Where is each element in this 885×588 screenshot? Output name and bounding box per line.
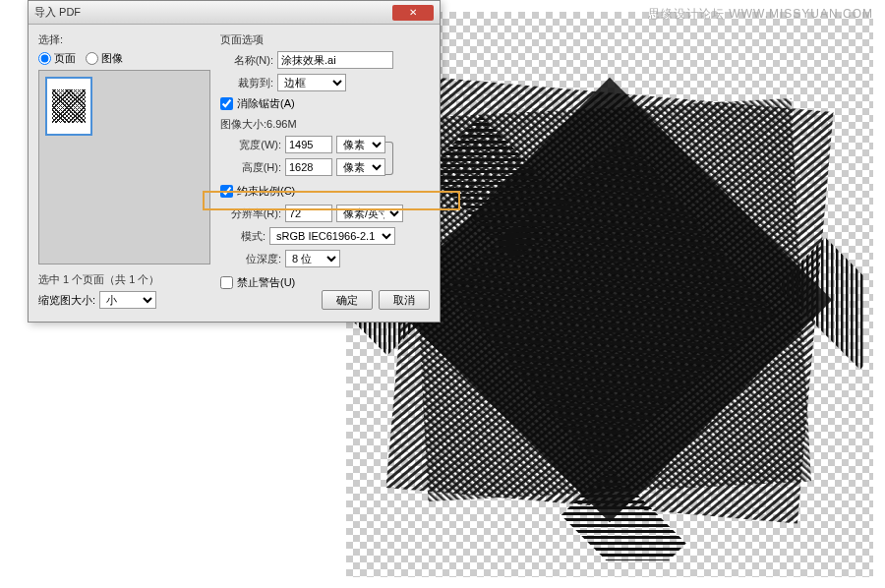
radio-page[interactable]: 页面 (38, 51, 76, 66)
height-label: 高度(H): (228, 160, 281, 175)
depth-select[interactable]: 8 位 (285, 250, 340, 267)
dialog-title: 导入 PDF (34, 5, 392, 20)
depth-label: 位深度: (228, 252, 281, 266)
ok-button[interactable]: 确定 (322, 290, 373, 310)
suppress-label: 禁止警告(U) (237, 275, 295, 290)
page-thumbnail-1[interactable] (45, 77, 92, 136)
resolution-unit[interactable]: 像素/英寸 (336, 205, 403, 222)
radio-image-input[interactable] (86, 52, 98, 65)
dialog-titlebar[interactable]: 导入 PDF ✕ (29, 1, 440, 25)
thumbnail-preview (52, 89, 86, 123)
selection-info: 选中 1 个页面（共 1 个） (38, 272, 210, 287)
mode-label: 模式: (228, 229, 266, 244)
link-icon (385, 142, 393, 175)
close-button[interactable]: ✕ (392, 5, 434, 21)
cancel-button[interactable]: 取消 (379, 290, 430, 310)
antialias-label: 消除锯齿(A) (237, 96, 295, 111)
thumb-size-select[interactable]: 小 (99, 291, 156, 309)
width-label: 宽度(W): (228, 138, 281, 152)
watermark: 思缘设计论坛 WWW.MISSYUAN.COM (648, 6, 873, 23)
name-label: 名称(N): (220, 53, 273, 68)
height-unit[interactable]: 像素 (336, 158, 385, 176)
thumb-size-label: 缩览图大小: (38, 293, 95, 308)
antialias-checkbox[interactable] (220, 97, 233, 110)
constrain-checkbox[interactable] (220, 185, 233, 198)
name-field[interactable] (277, 51, 393, 69)
radio-page-input[interactable] (38, 52, 51, 65)
constrain-label: 约束比例(C) (237, 184, 295, 199)
suppress-checkbox[interactable] (220, 276, 233, 289)
image-size-label: 图像大小:6.96M (220, 117, 430, 132)
page-options-header: 页面选项 (220, 32, 430, 47)
mode-select[interactable]: sRGB IEC61966-2.1 (269, 227, 395, 245)
radio-image[interactable]: 图像 (86, 51, 123, 66)
import-pdf-dialog: 导入 PDF ✕ 选择: 页面 图像 选中 1 个页面（共 1 个） 缩览图大小… (28, 0, 441, 323)
width-field[interactable] (285, 136, 332, 153)
crop-select[interactable]: 边框 (277, 74, 346, 91)
width-unit[interactable]: 像素 (336, 136, 385, 153)
resolution-label: 分辨率(R): (228, 206, 281, 221)
select-label: 选择: (38, 32, 210, 47)
resolution-field[interactable] (285, 205, 332, 222)
thumbnail-list[interactable] (38, 70, 210, 265)
crop-label: 裁剪到: (220, 76, 273, 90)
height-field[interactable] (285, 158, 332, 176)
